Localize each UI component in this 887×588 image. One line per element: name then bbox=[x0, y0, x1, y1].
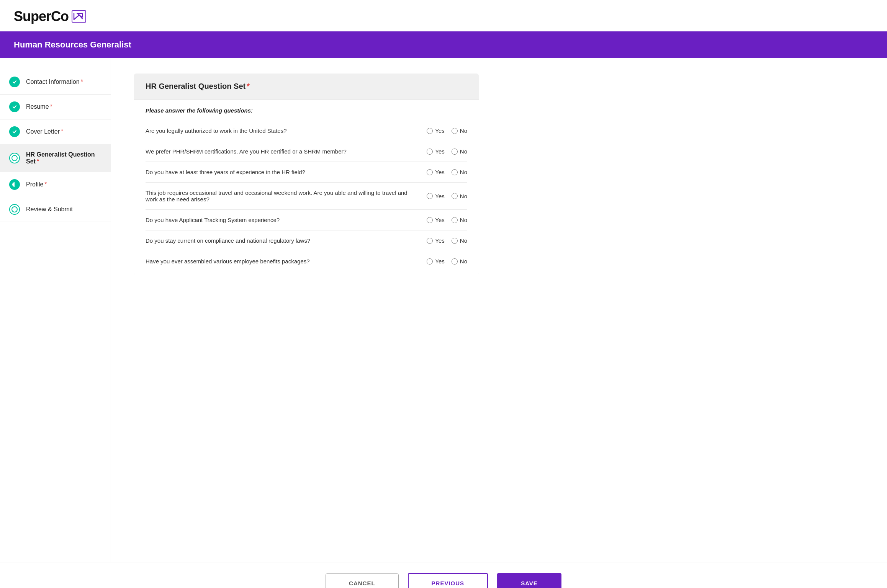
question-text-q2: We prefer PHR/SHRM certifications. Are y… bbox=[146, 148, 419, 155]
question-row-q4: This job requires occasional travel and … bbox=[146, 183, 467, 210]
radio-yes-q6[interactable]: Yes bbox=[427, 237, 444, 244]
required-star-profile: * bbox=[44, 181, 47, 188]
required-star-contact: * bbox=[81, 78, 83, 85]
radio-input-yes-q1[interactable] bbox=[427, 128, 433, 134]
svg-point-7 bbox=[12, 207, 17, 212]
step-dot-cover bbox=[9, 126, 20, 137]
radio-input-no-q6[interactable] bbox=[452, 238, 458, 244]
question-row-q1: Are you legally authorized to work in th… bbox=[146, 121, 467, 141]
sidebar-item-label-hr: HR Generalist Question Set* bbox=[26, 151, 101, 165]
radio-input-no-q7[interactable] bbox=[452, 258, 458, 265]
step-dot-review bbox=[9, 204, 20, 215]
question-card-title: HR Generalist Question Set* bbox=[146, 82, 250, 90]
radio-input-yes-q3[interactable] bbox=[427, 169, 433, 175]
question-instructions: Please answer the following questions: bbox=[146, 107, 467, 114]
sidebar-item-hr-question-set[interactable]: HR Generalist Question Set* bbox=[0, 144, 111, 172]
required-star-cover: * bbox=[61, 128, 63, 135]
step-dot-profile bbox=[9, 179, 20, 190]
radio-no-q7[interactable]: No bbox=[452, 258, 467, 265]
question-options-q1: Yes No bbox=[427, 127, 467, 134]
radio-input-yes-q2[interactable] bbox=[427, 149, 433, 155]
radio-input-no-q2[interactable] bbox=[452, 149, 458, 155]
radio-no-q6[interactable]: No bbox=[452, 237, 467, 244]
step-dot-resume bbox=[9, 101, 20, 112]
question-row-q3: Do you have at least three years of expe… bbox=[146, 162, 467, 183]
required-star-hr: * bbox=[37, 158, 39, 165]
question-text-q6: Do you stay current on compliance and na… bbox=[146, 237, 419, 244]
question-options-q7: Yes No bbox=[427, 258, 467, 265]
sidebar-item-label-review: Review & Submit bbox=[26, 206, 73, 213]
question-row-q6: Do you stay current on compliance and na… bbox=[146, 230, 467, 251]
radio-input-no-q5[interactable] bbox=[452, 217, 458, 223]
radio-input-yes-q6[interactable] bbox=[427, 238, 433, 244]
radio-no-q3[interactable]: No bbox=[452, 169, 467, 175]
sidebar-item-contact-information[interactable]: Contact Information* bbox=[0, 70, 111, 95]
radio-yes-q2[interactable]: Yes bbox=[427, 148, 444, 155]
cancel-button[interactable]: CANCEL bbox=[326, 573, 399, 588]
question-row-q7: Have you ever assembled various employee… bbox=[146, 251, 467, 271]
radio-yes-q7[interactable]: Yes bbox=[427, 258, 444, 265]
question-options-q2: Yes No bbox=[427, 148, 467, 155]
svg-point-5 bbox=[12, 155, 17, 161]
sidebar-item-label-contact: Contact Information* bbox=[26, 78, 83, 85]
question-card-header: HR Generalist Question Set* bbox=[134, 74, 479, 100]
question-row-q2: We prefer PHR/SHRM certifications. Are y… bbox=[146, 141, 467, 162]
radio-no-q5[interactable]: No bbox=[452, 217, 467, 223]
question-text-q4: This job requires occasional travel and … bbox=[146, 189, 419, 203]
radio-no-q1[interactable]: No bbox=[452, 127, 467, 134]
logo-text: SuperCo bbox=[14, 8, 69, 24]
content-area: HR Generalist Question Set* Please answe… bbox=[111, 58, 887, 562]
logo-bar: SuperCo bbox=[0, 0, 887, 31]
radio-input-yes-q5[interactable] bbox=[427, 217, 433, 223]
question-row-q5: Do you have Applicant Tracking System ex… bbox=[146, 210, 467, 230]
logo-icon bbox=[72, 10, 86, 23]
sidebar-item-resume[interactable]: Resume* bbox=[0, 95, 111, 119]
question-text-q1: Are you legally authorized to work in th… bbox=[146, 127, 419, 134]
radio-input-no-q4[interactable] bbox=[452, 193, 458, 199]
banner: Human Resources Generalist bbox=[0, 31, 887, 58]
radio-input-yes-q4[interactable] bbox=[427, 193, 433, 199]
question-options-q5: Yes No bbox=[427, 217, 467, 223]
save-button[interactable]: SAVE bbox=[497, 573, 561, 588]
question-text-q5: Do you have Applicant Tracking System ex… bbox=[146, 217, 419, 223]
step-dot-contact bbox=[9, 77, 20, 87]
sidebar-item-cover-letter[interactable]: Cover Letter* bbox=[0, 119, 111, 144]
radio-yes-q5[interactable]: Yes bbox=[427, 217, 444, 223]
question-text-q3: Do you have at least three years of expe… bbox=[146, 169, 419, 175]
step-dot-hr bbox=[9, 153, 20, 163]
radio-yes-q3[interactable]: Yes bbox=[427, 169, 444, 175]
question-options-q4: Yes No bbox=[427, 193, 467, 199]
previous-button[interactable]: PREVIOUS bbox=[408, 573, 488, 588]
radio-no-q4[interactable]: No bbox=[452, 193, 467, 199]
footer-bar: CANCEL PREVIOUS SAVE bbox=[0, 562, 887, 588]
radio-yes-q1[interactable]: Yes bbox=[427, 127, 444, 134]
question-text-q7: Have you ever assembled various employee… bbox=[146, 258, 419, 265]
sidebar-item-label-resume: Resume* bbox=[26, 103, 52, 110]
sidebar: Contact Information* Resume* Cover Lette… bbox=[0, 58, 111, 562]
radio-input-yes-q7[interactable] bbox=[427, 258, 433, 265]
sidebar-item-label-cover: Cover Letter* bbox=[26, 128, 63, 135]
sidebar-item-review-submit[interactable]: Review & Submit bbox=[0, 197, 111, 222]
radio-input-no-q3[interactable] bbox=[452, 169, 458, 175]
question-options-q6: Yes No bbox=[427, 237, 467, 244]
sidebar-item-profile[interactable]: Profile* bbox=[0, 172, 111, 197]
required-star-title: * bbox=[247, 82, 250, 90]
radio-yes-q4[interactable]: Yes bbox=[427, 193, 444, 199]
question-options-q3: Yes No bbox=[427, 169, 467, 175]
question-card: HR Generalist Question Set* Please answe… bbox=[134, 74, 479, 275]
banner-title: Human Resources Generalist bbox=[14, 40, 131, 49]
question-card-body: Please answer the following questions: A… bbox=[134, 100, 479, 275]
sidebar-item-label-profile: Profile* bbox=[26, 181, 47, 188]
radio-input-no-q1[interactable] bbox=[452, 128, 458, 134]
required-star-resume: * bbox=[50, 103, 52, 110]
main-layout: Contact Information* Resume* Cover Lette… bbox=[0, 58, 887, 562]
radio-no-q2[interactable]: No bbox=[452, 148, 467, 155]
